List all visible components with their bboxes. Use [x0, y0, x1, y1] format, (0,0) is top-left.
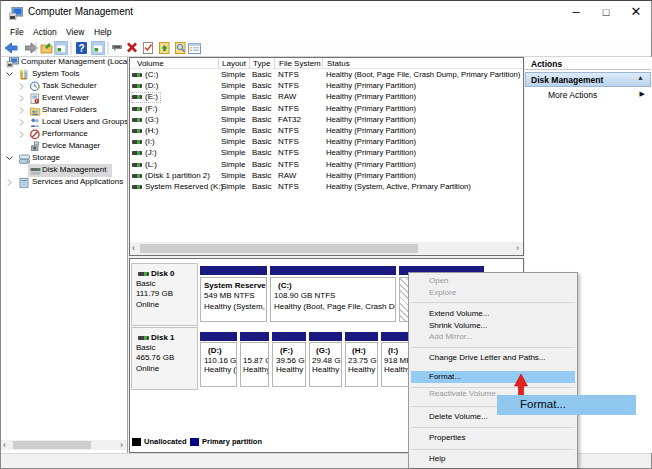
svg-text:?: ?	[78, 43, 84, 54]
